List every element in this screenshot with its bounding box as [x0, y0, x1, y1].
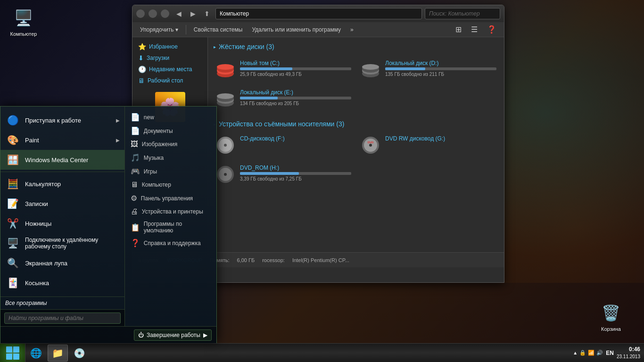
right-label-control-panel: Панель управления	[141, 195, 193, 202]
desktop: 🖥️ Компьютер 🗑️ Корзина ◀ ▶ ⬆ Компьютер …	[0, 0, 644, 362]
clock-date: 23.11.2013	[617, 354, 640, 360]
help-button[interactable]: ❓	[483, 23, 500, 36]
tray-volume-icon[interactable]: 🔊	[596, 350, 603, 356]
start-item-magnifier[interactable]: 🔍 Экранная лупа	[0, 253, 124, 273]
drive-c-bar-fill	[240, 67, 292, 70]
right-item-defaults[interactable]: 📋 Программы по умолчанию	[125, 218, 216, 236]
drive-e[interactable]: Локальный диск (E:) 134 ГБ свободно из 2…	[214, 87, 353, 111]
search-bar[interactable]: Поиск: Компьютер	[425, 8, 500, 19]
desktop-icon: 🖥	[138, 77, 145, 84]
sidebar-label-downloads: Загрузки	[147, 55, 169, 61]
system-props-button[interactable]: Свойства системы	[190, 25, 247, 35]
window-close-button[interactable]	[136, 9, 145, 18]
svg-point-11	[217, 93, 234, 99]
start-search-input[interactable]	[4, 313, 121, 324]
sidebar-label-recent: Недавние места	[149, 66, 192, 73]
tray-up-arrow[interactable]: ▲	[573, 350, 578, 355]
window-maximize-button[interactable]	[161, 9, 169, 18]
scissors-icon: ✂️	[5, 216, 20, 231]
drive-h-space: 3,39 ГБ свободно из 7,25 ГБ	[240, 176, 351, 181]
view-options-button[interactable]: ⊞	[452, 23, 465, 36]
window-minimize-button[interactable]	[149, 9, 157, 18]
start-pinned-items: 🔵 Приступая к работе ▶ 🎨 Paint ▶ 🪟 Windo…	[0, 107, 124, 296]
drive-d-space: 135 ГБ свободно из 211 ГБ	[385, 72, 496, 77]
drive-d-icon	[361, 60, 380, 80]
taskbar-ie-button[interactable]: 🌐	[26, 345, 46, 362]
sidebar-item-desktop[interactable]: 🖥 Рабочий стол	[132, 75, 207, 86]
desktop-icon-computer[interactable]: 🖥️ Компьютер	[5, 5, 42, 39]
drive-e-bar-fill	[240, 97, 278, 99]
drive-e-bar-bg	[240, 97, 351, 99]
drive-f[interactable]: CD-дисковод (F:)	[214, 133, 353, 157]
sidebar-item-favorites[interactable]: ⭐ Избранное	[132, 41, 207, 52]
taskbar-clock[interactable]: 0:46 23.11.2013	[617, 346, 640, 360]
drive-e-info: Локальный диск (E:) 134 ГБ свободно из 2…	[240, 89, 351, 106]
all-programs-link[interactable]: Все программы	[0, 296, 124, 309]
start-search-box	[0, 309, 124, 326]
docs-icon: 📄	[131, 126, 140, 135]
right-label-images: Изображения	[142, 141, 177, 148]
start-item-wmc[interactable]: 🪟 Windows Media Center	[0, 150, 124, 170]
address-bar[interactable]: Компьютер	[215, 8, 422, 19]
organize-button[interactable]: Упорядочить ▾	[136, 25, 182, 35]
more-button[interactable]: »	[347, 25, 357, 35]
drive-c[interactable]: Новый том (C:) 25,9 ГБ свободно из 49,3 …	[214, 58, 353, 82]
sidebar-item-recent[interactable]: 🕐 Недавние места	[132, 64, 207, 75]
svg-text:DVD: DVD	[368, 141, 374, 144]
taskbar-media-button[interactable]: 💿	[70, 345, 89, 362]
shutdown-label: Завершение работы	[147, 332, 200, 338]
right-item-images[interactable]: 🖼 Изображения	[125, 138, 216, 151]
drive-h[interactable]: DVD_ROM (H:) 3,39 ГБ свободно из 7,25 ГБ	[214, 163, 353, 186]
right-label-defaults: Программы по умолчанию	[144, 221, 211, 234]
taskbar-explorer-button[interactable]: 📁	[48, 345, 68, 362]
start-item-paint[interactable]: 🎨 Paint ▶	[0, 130, 124, 150]
drive-f-name: CD-дисковод (F:)	[240, 135, 351, 142]
computer-right-icon: 🖥	[131, 181, 138, 189]
start-menu-main: 🔵 Приступая к работе ▶ 🎨 Paint ▶ 🪟 Windo…	[0, 107, 216, 326]
right-label-devices: Устройства и принтеры	[142, 208, 203, 215]
lang-indicator[interactable]: EN	[606, 350, 614, 356]
sidebar-item-downloads[interactable]: ⬇ Загрузки	[132, 52, 207, 64]
right-item-devices[interactable]: 🖨 Устройства и принтеры	[125, 205, 216, 218]
right-label-new: new	[144, 114, 154, 121]
drive-f-icon	[215, 135, 235, 155]
right-item-music[interactable]: 🎵 Музыка	[125, 151, 216, 165]
right-item-games[interactable]: 🎮 Игры	[125, 165, 216, 178]
start-menu-left: 🔵 Приступая к работе ▶ 🎨 Paint ▶ 🪟 Windo…	[0, 107, 125, 326]
computer-icon-img: 🖥️	[12, 7, 35, 29]
start-item-getstarted[interactable]: 🔵 Приступая к работе ▶	[0, 110, 124, 130]
tray-network2-icon: 📶	[588, 350, 594, 356]
start-button[interactable]	[0, 344, 25, 362]
drive-d[interactable]: Локальный диск (D:) 135 ГБ свободно из 2…	[359, 58, 498, 82]
shutdown-button[interactable]: ⏻ Завершение работы ▶	[134, 329, 212, 341]
right-item-help[interactable]: ❓ Справка и поддержка	[125, 236, 216, 250]
paint-icon: 🎨	[5, 132, 20, 148]
start-item-calc[interactable]: 🧮 Калькулятор	[0, 174, 124, 194]
start-item-solitaire[interactable]: 🃏 Косынка	[0, 273, 124, 293]
taskbar: 🌐 📁 💿 ▲ 🔒 📶 🔊 EN 0:46 23.11.2013	[0, 343, 644, 362]
back-button[interactable]: ◀	[173, 8, 184, 19]
right-item-docs[interactable]: 📄 Документы	[125, 124, 216, 138]
uninstall-button[interactable]: Удалить или изменить программу	[248, 25, 345, 35]
up-button[interactable]: ⬆	[201, 8, 213, 19]
view-list-button[interactable]: ☰	[467, 23, 481, 36]
magnifier-label: Экранная лупа	[25, 260, 120, 267]
start-item-notes[interactable]: 📝 Записки	[0, 194, 124, 214]
right-item-control-panel[interactable]: ⚙ Панель управления	[125, 191, 216, 205]
desktop-icon-recycle[interactable]: 🗑️ Корзина	[592, 300, 630, 334]
start-item-scissors[interactable]: ✂️ Ножницы	[0, 214, 124, 233]
drive-g-info: DVD RW дисковод (G:)	[385, 135, 496, 143]
forward-button[interactable]: ▶	[187, 8, 198, 19]
logo-tl	[6, 346, 12, 353]
svg-point-17	[369, 144, 372, 147]
logo-tr	[13, 346, 19, 353]
drive-g[interactable]: DVD DVD RW дисковод (G:)	[359, 133, 498, 157]
drive-e-name: Локальный диск (E:)	[240, 89, 351, 96]
notes-icon: 📝	[5, 196, 20, 211]
start-item-rdp[interactable]: 🖥️ Подключение к удалённому рабочему сто…	[0, 233, 124, 253]
right-item-computer[interactable]: 🖥 Компьютер	[125, 178, 216, 191]
right-item-new[interactable]: 📄 new	[125, 110, 216, 124]
start-menu: 🔵 Приступая к работе ▶ 🎨 Paint ▶ 🪟 Windo…	[0, 106, 217, 343]
address-text: Компьютер	[220, 10, 249, 17]
rdp-label: Подключение к удалённому рабочему столу	[25, 237, 120, 250]
